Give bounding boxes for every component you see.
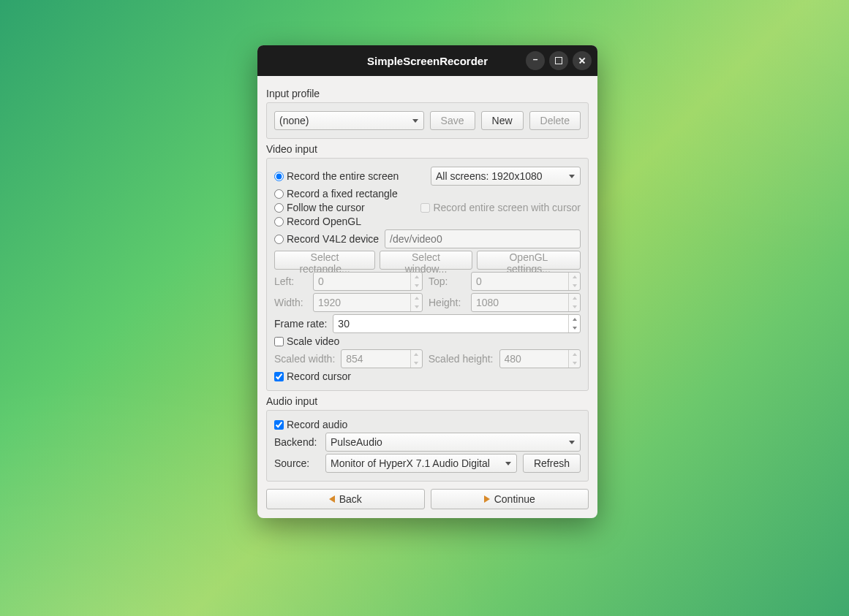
content: Input profile (none) Save New Delete Vid…: [257, 76, 597, 518]
height-label: Height:: [429, 297, 465, 308]
scaled-width-spinner[interactable]: [341, 349, 423, 368]
arrow-left-icon: [329, 495, 335, 503]
opt-entire-screen-text: Record the entire screen: [287, 170, 399, 182]
opt-record-entire-with-cursor-text: Record entire screen with cursor: [433, 202, 581, 213]
top-input[interactable]: [471, 272, 581, 291]
input-profile-label: Input profile: [266, 88, 589, 99]
back-button-text: Back: [339, 493, 362, 505]
scaled-height-label: Scaled height:: [429, 353, 494, 365]
record-cursor-text: Record cursor: [287, 370, 351, 382]
frame-rate-input[interactable]: [333, 314, 581, 333]
footer: Back Continue: [266, 489, 589, 509]
spin-down-icon[interactable]: [411, 281, 422, 290]
titlebar[interactable]: SimpleScreenRecorder –: [257, 45, 597, 76]
left-label: Left:: [274, 275, 307, 287]
maximize-button[interactable]: [549, 51, 568, 70]
spin-up-icon[interactable]: [411, 294, 422, 303]
spin-up-icon[interactable]: [411, 350, 422, 359]
audio-input-panel: Record audio Backend: PulseAudio Source:…: [266, 410, 589, 482]
source-select-input[interactable]: Monitor of HyperX 7.1 Audio Digital: [325, 454, 517, 473]
opt-fixed-rectangle[interactable]: Record a fixed rectangle: [274, 188, 398, 199]
profile-select[interactable]: (none): [274, 111, 424, 130]
opt-entire-screen-radio[interactable]: [274, 172, 284, 181]
backend-select[interactable]: PulseAudio: [325, 433, 581, 452]
opt-opengl-radio[interactable]: [274, 217, 284, 227]
minimize-button[interactable]: –: [526, 51, 545, 70]
spin-down-icon[interactable]: [569, 281, 580, 290]
spin-up-icon[interactable]: [569, 350, 580, 359]
opt-v4l2-radio[interactable]: [274, 235, 284, 244]
v4l2-device-input[interactable]: [385, 229, 581, 248]
scaled-height-spinner[interactable]: [499, 349, 581, 368]
save-button[interactable]: Save: [430, 111, 475, 130]
opt-follow-cursor-text: Follow the cursor: [287, 202, 365, 213]
opt-opengl[interactable]: Record OpenGL: [274, 216, 361, 227]
continue-button-text: Continue: [494, 493, 535, 505]
scaled-width-label: Scaled width:: [274, 353, 335, 365]
height-input[interactable]: [471, 293, 581, 312]
spin-down-icon[interactable]: [569, 324, 580, 332]
scale-video-option[interactable]: Scale video: [274, 335, 339, 347]
select-rectangle-button[interactable]: Select rectangle...: [274, 251, 375, 270]
app-window: SimpleScreenRecorder – Input profile (no…: [257, 45, 597, 518]
input-profile-panel: (none) Save New Delete: [266, 102, 589, 139]
select-window-button[interactable]: Select window...: [380, 251, 472, 270]
width-spinner[interactable]: [313, 293, 423, 312]
opt-entire-screen[interactable]: Record the entire screen: [274, 170, 399, 182]
screen-select-input[interactable]: All screens: 1920x1080: [431, 167, 581, 186]
close-button[interactable]: [573, 51, 592, 70]
opt-opengl-text: Record OpenGL: [287, 216, 361, 227]
screen-select[interactable]: All screens: 1920x1080: [431, 167, 581, 186]
spin-up-icon[interactable]: [569, 294, 580, 303]
left-spinner[interactable]: [313, 272, 423, 291]
record-cursor-checkbox[interactable]: [274, 372, 284, 381]
spin-down-icon[interactable]: [569, 303, 580, 311]
refresh-button[interactable]: Refresh: [523, 454, 581, 473]
width-input[interactable]: [313, 293, 423, 312]
opengl-settings-button[interactable]: OpenGL settings...: [477, 251, 581, 270]
new-button[interactable]: New: [481, 111, 524, 130]
opt-follow-cursor-radio[interactable]: [274, 203, 284, 213]
back-button[interactable]: Back: [266, 489, 425, 509]
backend-label: Backend:: [274, 436, 320, 448]
spin-down-icon[interactable]: [411, 359, 422, 368]
window-controls: –: [526, 51, 592, 70]
record-audio-text: Record audio: [287, 419, 347, 430]
spin-up-icon[interactable]: [411, 273, 422, 281]
frame-rate-label: Frame rate:: [274, 318, 327, 330]
video-input-label: Video input: [266, 143, 589, 155]
scale-video-checkbox[interactable]: [274, 337, 284, 346]
opt-record-entire-with-cursor: Record entire screen with cursor: [420, 202, 581, 213]
spin-up-icon[interactable]: [569, 273, 580, 281]
record-audio-option[interactable]: Record audio: [274, 419, 347, 430]
spin-up-icon[interactable]: [569, 315, 580, 324]
opt-v4l2[interactable]: Record V4L2 device: [274, 233, 379, 245]
continue-button[interactable]: Continue: [431, 489, 589, 509]
delete-button[interactable]: Delete: [529, 111, 581, 130]
audio-input-label: Audio input: [266, 395, 589, 407]
profile-select-input[interactable]: (none): [274, 111, 424, 130]
record-cursor-option[interactable]: Record cursor: [274, 370, 351, 382]
opt-fixed-rectangle-radio[interactable]: [274, 189, 284, 199]
video-input-panel: Record the entire screen All screens: 19…: [266, 158, 589, 391]
backend-select-input[interactable]: PulseAudio: [325, 433, 581, 452]
top-label: Top:: [429, 275, 465, 287]
opt-follow-cursor[interactable]: Follow the cursor: [274, 202, 365, 213]
source-select[interactable]: Monitor of HyperX 7.1 Audio Digital: [325, 454, 517, 473]
opt-v4l2-text: Record V4L2 device: [287, 233, 379, 245]
arrow-right-icon: [484, 495, 490, 503]
scale-video-text: Scale video: [287, 335, 339, 347]
height-spinner[interactable]: [471, 293, 581, 312]
record-audio-checkbox[interactable]: [274, 420, 284, 430]
source-label: Source:: [274, 457, 320, 469]
opt-record-entire-with-cursor-cb: [420, 203, 430, 213]
top-spinner[interactable]: [471, 272, 581, 291]
left-input[interactable]: [313, 272, 423, 291]
window-title: SimpleScreenRecorder: [367, 55, 488, 67]
spin-down-icon[interactable]: [569, 359, 580, 368]
opt-fixed-rectangle-text: Record a fixed rectangle: [287, 188, 398, 199]
frame-rate-spinner[interactable]: [333, 314, 581, 333]
spin-down-icon[interactable]: [411, 303, 422, 311]
width-label: Width:: [274, 297, 307, 308]
